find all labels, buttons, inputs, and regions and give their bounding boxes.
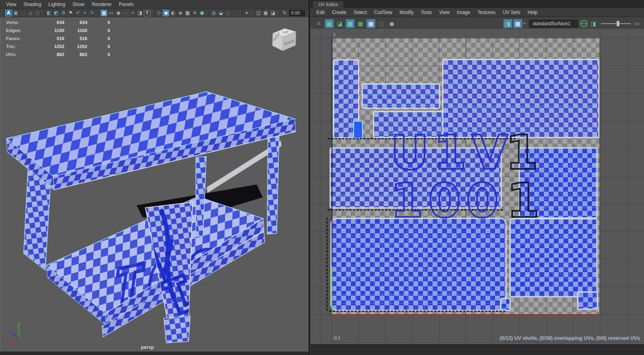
toolbar-grip	[240, 10, 242, 16]
slider-handle[interactable]	[616, 21, 620, 26]
camera-attributes-icon[interactable]: ⚙	[60, 10, 67, 16]
select-tool-icon[interactable]: A	[5, 10, 12, 16]
perspective-viewport[interactable]: 1001 U1V 1 Verts:6346340Edges:	[0, 17, 308, 351]
menu-textures[interactable]: Textures	[474, 10, 499, 15]
menu-select[interactable]: Select	[350, 10, 370, 15]
smooth-shade-icon[interactable]: ◆	[163, 10, 169, 16]
model-3d[interactable]: 1001 U1V 1	[0, 17, 308, 351]
exposure-field[interactable]: 0.00	[289, 10, 305, 16]
rgb-channels-icon[interactable]: RGB	[580, 20, 588, 27]
gate-mask-icon[interactable]: ◎	[122, 10, 129, 16]
toolbar-grip	[42, 10, 44, 16]
safe-title-icon[interactable]: T	[144, 10, 151, 16]
toolbar-grip	[2, 10, 4, 16]
camera-name-label: persp	[0, 345, 294, 350]
toolbar-grip	[207, 10, 209, 16]
toolbar-grip	[252, 10, 254, 16]
menu-lighting[interactable]: Lighting	[45, 2, 69, 7]
toolbar-grip	[97, 10, 99, 16]
lasso-select-icon[interactable]: ▢	[20, 10, 26, 16]
plugin-shapes-icon[interactable]: ▢	[232, 10, 239, 16]
xray-icon[interactable]: ◍	[210, 10, 217, 16]
menu-help[interactable]: Help	[524, 10, 541, 15]
select-region-icon[interactable]: ▤	[34, 10, 41, 16]
menu-panels[interactable]: Panels	[115, 2, 137, 7]
pixel-grid-icon[interactable]: ▩	[366, 19, 375, 28]
axis-y-label: y	[18, 322, 20, 327]
shade-uvs-icon[interactable]: ◌	[377, 19, 386, 28]
uv-statistics-label: (0/12) UV shells, (0/38) overlapping UVs…	[500, 335, 640, 341]
menu-view[interactable]: View	[2, 2, 20, 7]
pan-zoom-icon[interactable]: ⌖	[82, 10, 89, 16]
menu-show[interactable]: Show	[69, 2, 88, 7]
grid-label-v1: 1	[333, 32, 336, 37]
model-foot	[164, 316, 190, 343]
texture-label-u1v: U1V	[390, 129, 513, 176]
shadows-icon[interactable]: ●	[199, 10, 205, 16]
view-cube[interactable]: TOP RIGHT BACK	[270, 26, 299, 54]
checker-tiles-button[interactable]: ▩	[513, 19, 522, 28]
bookmark-icon[interactable]: ⚑	[67, 10, 74, 16]
checker-map-icon[interactable]: ▩	[346, 19, 354, 28]
menu-renderer[interactable]: Renderer	[88, 2, 115, 7]
marquee-select-icon[interactable]: ▣	[12, 10, 19, 16]
slider-track	[601, 23, 631, 24]
uv-editor-tabstrip: UV Editor	[310, 0, 644, 8]
field-chart-icon[interactable]: ⌗	[129, 10, 136, 16]
uv-canvas[interactable]: U1V11001 (0/12) UV shells, (0/38) overla…	[310, 29, 644, 344]
wireframe-icon[interactable]: ◇	[155, 10, 162, 16]
display-image-button[interactable]: ◨	[503, 19, 512, 28]
image-dim-slider[interactable]	[601, 20, 631, 27]
safe-action-icon[interactable]: ◨	[137, 10, 143, 16]
stat-row: UVs:8628620	[6, 50, 110, 58]
stat-row: Edges:115011500	[6, 26, 110, 34]
xray-joints-icon[interactable]: ◒	[217, 10, 224, 16]
viewport-menubar: ViewShadingLightingShowRendererPanels	[0, 0, 308, 9]
uv-layout-icon[interactable]: ⌗	[314, 19, 323, 28]
checkered-icon[interactable]: ▩	[184, 10, 191, 16]
menu-tools[interactable]: Tools	[417, 10, 436, 15]
camera-lock-icon[interactable]: ◩	[53, 10, 60, 16]
camera-icon[interactable]: ◧	[46, 10, 52, 16]
material-name-field[interactable]: standardSurface1	[529, 20, 578, 28]
isolate-select-icon[interactable]: ◌	[225, 10, 231, 16]
menu-uv-sets[interactable]: UV Sets	[499, 10, 524, 15]
checker-density-icon[interactable]: ▦	[356, 19, 365, 28]
lights-icon[interactable]: ☀	[191, 10, 198, 16]
menu-modify[interactable]: Modify	[396, 10, 417, 15]
menu-cut-sew[interactable]: Cut/Sew	[370, 10, 396, 15]
image-ratio-icon[interactable]: ◨	[589, 19, 598, 28]
textured-icon[interactable]: ◈	[177, 10, 184, 16]
texture-label-1-bottom: 1	[507, 177, 544, 224]
uv-editor-tab[interactable]: UV Editor	[312, 0, 344, 8]
select-cursor-icon[interactable]: ➤	[244, 10, 250, 16]
paint-select-icon[interactable]: ◕	[27, 10, 34, 16]
toolbar-grip	[152, 10, 154, 16]
uv-snapshot-icon[interactable]: ◉	[387, 19, 396, 28]
grid-icon[interactable]: ▦	[101, 10, 107, 16]
expand-chevron-icon-2[interactable]: ›	[637, 22, 640, 26]
menu-view[interactable]: View	[436, 10, 453, 15]
paste-panel-icon[interactable]: ▣	[262, 10, 269, 16]
axis-gizmo: y z x	[6, 321, 30, 345]
menu-image[interactable]: Image	[453, 10, 474, 15]
uv-distortion-icon[interactable]: ▦	[325, 19, 334, 28]
panel-bottom-strip	[310, 344, 644, 355]
grid-label-minus-point1: -0.1	[333, 335, 340, 340]
texture-dropdown-caret[interactable]: ▾	[522, 21, 527, 26]
copy-panel-icon[interactable]: ◫	[255, 10, 262, 16]
axis-z-label: z	[8, 329, 11, 333]
menu-shading[interactable]: Shading	[20, 2, 45, 7]
resolution-gate-icon[interactable]: ◉	[115, 10, 122, 16]
grease-pencil-icon[interactable]: ✎	[89, 10, 96, 16]
refresh-icon[interactable]: ↻	[281, 10, 288, 16]
film-gate-icon[interactable]: ▭	[108, 10, 115, 16]
expand-chevron-icon[interactable]: ›	[634, 22, 637, 26]
tearoff-panel-icon[interactable]: ◪	[270, 10, 276, 16]
flat-shade-icon[interactable]: ◐	[170, 10, 177, 16]
menu-edit[interactable]: Edit	[313, 10, 328, 15]
menu-create[interactable]: Create	[328, 10, 350, 15]
poly-count-hud: Verts:6346340Edges:115011500Faces:516516…	[6, 18, 110, 58]
image-plane-icon[interactable]: ✐	[74, 10, 81, 16]
uv-shell-border-icon[interactable]: ◪	[335, 19, 344, 28]
